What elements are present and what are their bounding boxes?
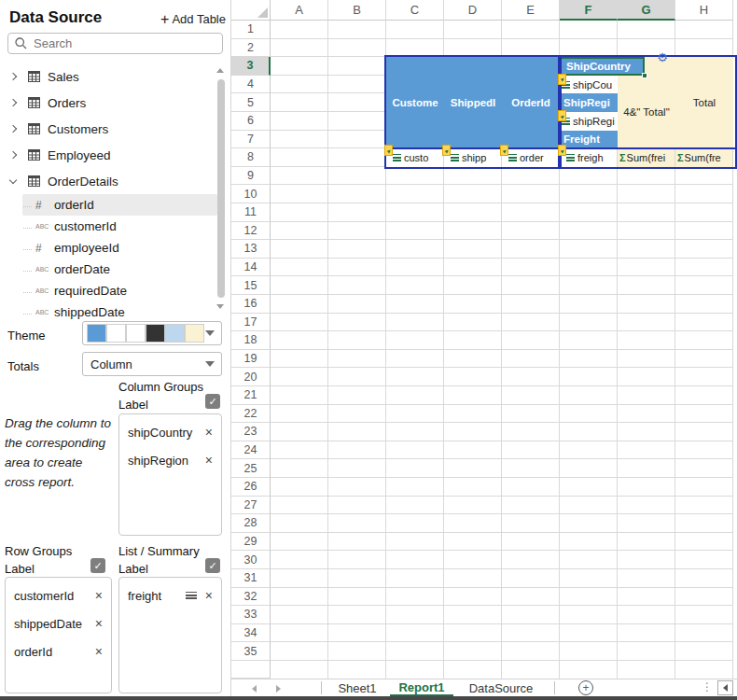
row-header-26[interactable]: 26	[231, 478, 271, 497]
group-item-customerid[interactable]: customerId×	[6, 581, 111, 609]
row-header-10[interactable]: 10	[231, 185, 271, 203]
tab-sheet1[interactable]: Sheet1	[328, 679, 386, 696]
chevron-down-icon[interactable]	[9, 175, 17, 183]
row-header-27[interactable]: 27	[231, 497, 271, 515]
row-header-15[interactable]: 15	[231, 276, 271, 295]
tab-nav-right-icon[interactable]	[276, 685, 281, 693]
close-icon[interactable]: ×	[95, 588, 103, 603]
row-header-11[interactable]: 11	[231, 203, 271, 222]
row-header-18[interactable]: 18	[231, 331, 271, 350]
tree-table-customers[interactable]: Customers	[0, 116, 230, 142]
column-header-G[interactable]: G	[618, 0, 675, 21]
tree-table-orderdetails[interactable]: OrderDetails	[0, 168, 230, 194]
column-header-F[interactable]: F	[560, 0, 618, 21]
report-cell-custome[interactable]: Custome	[386, 57, 444, 148]
row-header-7[interactable]: 7	[231, 131, 271, 149]
tree-field-orderid[interactable]: #orderId	[22, 194, 217, 216]
chevron-right-icon[interactable]	[9, 151, 17, 159]
scroll-up-icon[interactable]	[216, 68, 224, 73]
row-header-8[interactable]: 8	[231, 148, 271, 167]
column-header-H[interactable]: H	[675, 0, 733, 21]
select-all-corner[interactable]	[231, 0, 271, 21]
row-groups-box[interactable]: customerId×shippedDate×orderId×	[5, 577, 112, 693]
column-header-B[interactable]: B	[328, 0, 386, 21]
group-item-shipregion[interactable]: shipRegion×	[119, 446, 221, 474]
row-header-9[interactable]: 9	[231, 167, 271, 186]
selection-fill-handle[interactable]	[642, 73, 647, 78]
row-header-6[interactable]: 6	[231, 112, 271, 131]
report-cell-freight[interactable]: Freight	[560, 131, 618, 149]
report-formula-cell[interactable]: 4&" Total"	[618, 76, 675, 148]
report-cell-shipregi[interactable]: ShipRegi	[560, 93, 618, 112]
tree-field-requireddate[interactable]: ABCrequiredDate	[0, 280, 230, 301]
list-summary-checkbox[interactable]: ✓	[205, 558, 220, 573]
tree-table-employeed[interactable]: Employeed	[0, 142, 230, 168]
close-icon[interactable]: ×	[95, 616, 103, 631]
row-header-22[interactable]: 22	[231, 405, 271, 424]
tab-datasource[interactable]: DataSource	[457, 679, 545, 696]
row-header-20[interactable]: 20	[231, 368, 271, 386]
more-icon[interactable]: ⋮	[702, 680, 713, 693]
row-header-14[interactable]: 14	[231, 259, 271, 277]
row-header-4[interactable]: 4	[231, 76, 271, 94]
report-grand-total-cell[interactable]: Total	[675, 57, 733, 148]
tab-report1[interactable]: Report1	[390, 679, 453, 696]
row-header-2[interactable]: 2	[231, 39, 271, 58]
report-field-shipcou[interactable]: shipCou	[560, 76, 618, 94]
row-header-34[interactable]: 34	[231, 624, 271, 643]
close-icon[interactable]: ×	[95, 644, 103, 659]
column-header-E[interactable]: E	[502, 0, 560, 21]
group-item-orderid[interactable]: orderId×	[6, 637, 111, 665]
report-footer-freigh[interactable]: freigh	[560, 148, 618, 167]
row-header-16[interactable]: 16	[231, 295, 271, 314]
tree-table-orders[interactable]: Orders	[0, 90, 230, 116]
row-header-30[interactable]: 30	[231, 551, 271, 569]
close-icon[interactable]: ×	[205, 425, 213, 440]
row-header-24[interactable]: 24	[231, 441, 271, 460]
report-footer-custo[interactable]: custo	[386, 148, 444, 167]
report-footer-sumfre[interactable]: ΣSum(fre	[675, 148, 733, 167]
column-groups-checkbox[interactable]: ✓	[205, 394, 220, 409]
row-header-29[interactable]: 29	[231, 533, 271, 552]
row-header-31[interactable]: 31	[231, 569, 271, 588]
column-header-A[interactable]: A	[271, 0, 328, 21]
row-header-23[interactable]: 23	[231, 423, 271, 441]
scrollbar-thumb[interactable]	[217, 79, 225, 298]
report-cell-shipcountry[interactable]: ShipCountry	[560, 57, 645, 76]
tree-field-employeeid[interactable]: #employeeId	[0, 237, 230, 259]
report-footer-shipp[interactable]: shipp	[444, 148, 502, 167]
row-header-1[interactable]: 1	[231, 21, 271, 39]
row-header-21[interactable]: 21	[231, 386, 271, 405]
row-header-17[interactable]: 17	[231, 314, 271, 332]
search-input[interactable]: Search	[7, 33, 223, 54]
report-cell-orderid[interactable]: OrderId	[502, 57, 560, 148]
row-header-3[interactable]: 3	[231, 57, 271, 76]
scroll-down-icon[interactable]	[216, 304, 224, 309]
close-icon[interactable]: ×	[205, 453, 213, 468]
row-header-12[interactable]: 12	[231, 222, 271, 241]
chevron-right-icon[interactable]	[9, 99, 17, 106]
add-sheet-button[interactable]: +	[578, 680, 593, 695]
column-header-D[interactable]: D	[444, 0, 502, 21]
row-header-32[interactable]: 32	[231, 588, 271, 607]
close-icon[interactable]: ×	[205, 588, 213, 603]
tree-field-orderdate[interactable]: ABCorderDate	[0, 259, 230, 280]
tree-table-sales[interactable]: Sales	[0, 63, 230, 90]
report-cell-shippedi[interactable]: ShippedI	[444, 57, 502, 148]
tab-nav-left-icon[interactable]	[252, 685, 257, 693]
row-header-28[interactable]: 28	[231, 514, 271, 533]
row-groups-checkbox[interactable]: ✓	[90, 558, 105, 573]
row-header-25[interactable]: 25	[231, 459, 271, 478]
add-table-button[interactable]: + Add Table	[160, 12, 226, 26]
gear-icon[interactable]: ⚙	[655, 50, 670, 65]
report-row-header-block[interactable]: CustomeShippedIOrderId	[386, 57, 560, 148]
row-header-33[interactable]: 33	[231, 606, 271, 624]
report-footer-sumfrei[interactable]: ΣSum(frei	[618, 148, 675, 167]
hscroll-left-button[interactable]	[717, 680, 733, 695]
row-header-36[interactable]	[231, 661, 271, 679]
totals-dropdown[interactable]: Column	[82, 352, 222, 376]
chevron-right-icon[interactable]	[9, 125, 17, 133]
report-field-shipregi[interactable]: shipRegi	[560, 112, 618, 131]
row-header-13[interactable]: 13	[231, 240, 271, 259]
column-groups-box[interactable]: shipCountry×shipRegion×	[118, 413, 222, 536]
